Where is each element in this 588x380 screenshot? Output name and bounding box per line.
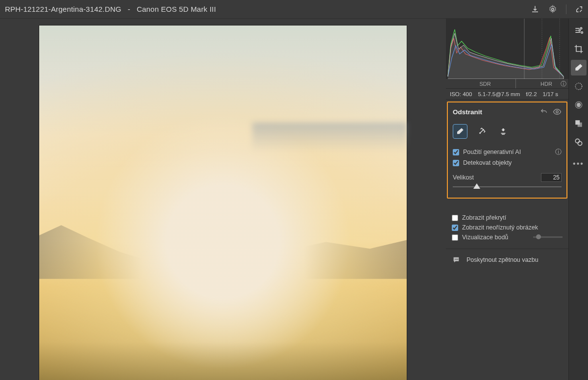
detect-objects-checkbox[interactable] <box>453 160 459 166</box>
svg-point-12 <box>575 83 582 89</box>
svg-point-9 <box>580 27 582 29</box>
clone-stamp-tool[interactable] <box>496 124 511 139</box>
feedback-label: Poskytnout zpětnou vazbu <box>466 256 539 263</box>
svg-point-6 <box>455 259 456 260</box>
show-uncropped-label: Zobrazit neoříznutý obrázek <box>462 224 538 231</box>
svg-point-7 <box>456 259 457 260</box>
svg-point-5 <box>556 111 559 113</box>
undo-icon[interactable] <box>540 108 548 116</box>
heal-brush-tool[interactable] <box>474 124 489 139</box>
crop-icon[interactable] <box>571 41 587 57</box>
histogram[interactable]: ◢ ◣ <box>446 19 568 79</box>
download-icon[interactable] <box>531 5 539 14</box>
presets-icon[interactable] <box>571 134 587 150</box>
remove-tools <box>453 124 562 139</box>
right-panel: ◢ ◣ SDR HDR ⓘ I <box>446 19 568 380</box>
detect-objects-label: Detekovat objekty <box>463 159 512 166</box>
show-uncropped-checkbox[interactable] <box>452 225 458 231</box>
svg-point-0 <box>552 8 554 10</box>
separator <box>566 4 566 14</box>
visualize-points-checkbox[interactable] <box>452 234 458 241</box>
exif-lens: 5.1-7.5@7.5 mm <box>478 91 520 97</box>
gear-icon[interactable] <box>548 5 557 14</box>
visualize-points-label: Vizualizace bodů <box>462 234 508 241</box>
show-overlay-row[interactable]: Zobrazit překrytí <box>452 214 563 221</box>
redeye-icon[interactable] <box>571 97 587 113</box>
size-input[interactable] <box>541 173 562 182</box>
adjust-icon[interactable] <box>571 23 587 38</box>
eraser-tool[interactable] <box>453 124 467 139</box>
top-actions <box>531 4 583 14</box>
exif-iso: ISO: 400 <box>450 91 472 97</box>
filename: RPH-121221-Argentina-3142.DNG <box>5 5 122 13</box>
layers-icon[interactable] <box>571 116 587 131</box>
svg-point-18 <box>575 139 579 143</box>
show-uncropped-row[interactable]: Zobrazit neoříznutý obrázek <box>452 224 563 231</box>
svg-rect-17 <box>577 123 582 127</box>
image-canvas[interactable] <box>0 19 446 380</box>
show-overlay-checkbox[interactable] <box>452 215 458 221</box>
svg-point-15 <box>578 104 579 106</box>
exif-aperture: f/2.2 <box>526 91 537 97</box>
slider-thumb[interactable] <box>473 183 480 189</box>
camera-model: Canon EOS 5D Mark III <box>137 5 216 13</box>
svg-point-19 <box>578 141 582 145</box>
size-label: Velikost <box>453 174 541 181</box>
info-icon[interactable]: ⓘ <box>555 148 562 156</box>
healing-icon[interactable] <box>571 60 587 76</box>
gen-ai-checkbox-row[interactable]: Použití generativní AI ⓘ <box>453 148 562 156</box>
range-splitter <box>515 79 516 88</box>
gen-ai-label: Použití generativní AI <box>463 149 521 155</box>
file-title: RPH-121221-Argentina-3142.DNG - Canon EO… <box>5 5 531 13</box>
dynamic-range-bar[interactable]: SDR HDR ⓘ <box>446 79 568 89</box>
visualize-points-row[interactable]: Vizualizace bodů <box>452 234 563 241</box>
visibility-icon[interactable] <box>553 107 562 116</box>
exif-bar: ISO: 400 5.1-7.5@7.5 mm f/2.2 1/17 s <box>446 89 568 100</box>
fullscreen-icon[interactable] <box>575 5 583 13</box>
show-overlay-label: Zobrazit překrytí <box>462 214 506 221</box>
feedback-icon <box>452 256 461 264</box>
svg-point-8 <box>457 259 458 260</box>
gen-ai-checkbox[interactable] <box>453 149 459 155</box>
more-icon[interactable]: ••• <box>571 156 587 172</box>
mask-icon[interactable] <box>571 78 587 94</box>
feedback-link[interactable]: Poskytnout zpětnou vazbu <box>446 249 568 271</box>
panel-title: Odstranit <box>453 108 535 116</box>
svg-point-11 <box>581 32 583 33</box>
top-bar: RPH-121221-Argentina-3142.DNG - Canon EO… <box>0 0 588 19</box>
svg-point-10 <box>579 29 580 31</box>
size-slider[interactable] <box>453 183 562 191</box>
sdr-label: SDR <box>446 79 524 88</box>
remove-panel-highlight: Odstranit <box>447 101 567 199</box>
info-icon[interactable]: ⓘ <box>561 80 566 88</box>
photo-preview <box>39 25 407 380</box>
points-opacity-slider[interactable] <box>533 236 563 238</box>
exif-shutter: 1/17 s <box>543 91 558 97</box>
detect-objects-row[interactable]: Detekovat objekty <box>453 159 562 166</box>
display-options: Zobrazit překrytí Zobrazit neoříznutý ob… <box>446 203 568 249</box>
tool-strip: ••• <box>568 19 588 380</box>
